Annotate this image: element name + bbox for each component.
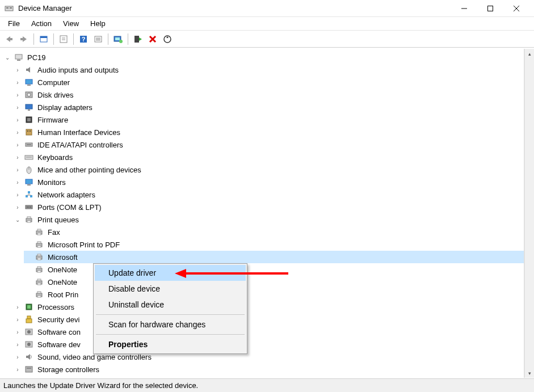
hid-icon [24,128,34,137]
scroll-down-icon[interactable]: ▾ [525,368,534,378]
chevron-right-icon[interactable]: › [14,103,22,111]
chevron-right-icon[interactable]: › [14,141,22,149]
context-menu-item[interactable]: Update driver [95,265,246,281]
chevron-right-icon[interactable]: › [14,315,22,323]
context-menu-item[interactable]: Disable device [95,281,246,297]
enable-device-button[interactable] [131,32,145,46]
tree-item-label: Computer [36,78,71,87]
chevron-right-icon[interactable]: › [14,166,22,174]
svg-point-60 [28,206,30,208]
tree-category[interactable]: ›Mice and other pointing devices [14,163,524,176]
forward-button[interactable] [17,32,31,46]
tree-category-print-queues[interactable]: ⌄Print queues [14,213,524,226]
tree-category[interactable]: ›IDE ATA/ATAPI controllers [14,138,524,151]
tree-item-label: Ports (COM & LPT) [36,203,103,212]
content-area: ⌄ PC19 ›Audio inputs and outputs›Compute… [0,49,534,378]
tree-print-queue-item[interactable]: ›Microsoft Print to PDF [24,238,524,251]
tree-category[interactable]: ›Security devi [14,313,524,326]
tree-category[interactable]: ›Keyboards [14,151,524,163]
tree-category[interactable]: ›Human Interface Devices [14,126,524,138]
chevron-right-icon[interactable]: › [14,353,22,361]
svg-rect-72 [37,254,41,256]
printer-icon [34,240,44,249]
device-tree[interactable]: ⌄ PC19 ›Audio inputs and outputs›Compute… [0,49,524,378]
back-button[interactable] [2,32,16,46]
show-hidden-button[interactable] [37,32,51,46]
tree-category[interactable]: ›Computer [14,76,524,88]
svg-rect-70 [37,246,41,247]
chevron-right-icon[interactable]: › [14,78,22,86]
svg-rect-34 [26,79,32,84]
tree-print-queue-item[interactable]: ›Microsoft [24,251,524,263]
svg-point-37 [27,93,31,96]
svg-rect-25 [134,36,139,43]
tree-category[interactable]: ›Storage controllers [14,363,524,376]
statusbar: Launches the Update Driver Wizard for th… [0,378,534,392]
svg-text:?: ? [82,36,86,43]
chevron-right-icon[interactable]: › [14,365,22,373]
scroll-track[interactable] [525,58,534,368]
tree-category[interactable]: ›Display adapters [14,101,524,113]
tree-item-label: Microsoft [47,253,79,262]
svg-rect-23 [115,37,120,40]
menu-help[interactable]: Help [85,18,111,29]
uninstall-device-button[interactable] [146,32,159,46]
update-driver-button[interactable] [111,32,125,46]
scroll-up-icon[interactable]: ▴ [525,49,534,58]
tree-category[interactable]: ›Audio inputs and outputs [14,64,524,76]
scan-hardware-button[interactable] [161,32,174,46]
tree-root[interactable]: ⌄ PC19 [3,51,524,64]
menu-file[interactable]: File [2,18,26,29]
tree-category[interactable]: ›Network adapters [14,188,524,201]
vertical-scrollbar[interactable]: ▴ ▾ [524,49,534,378]
svg-rect-32 [17,60,20,61]
action-button[interactable] [57,32,70,46]
tree-category[interactable]: ›Sound, video and game controllers [14,351,524,363]
help-button[interactable]: ? [77,32,90,46]
svg-marker-9 [23,36,27,42]
svg-rect-41 [27,118,31,121]
tree-category[interactable]: ›Ports (COM & LPT) [14,201,524,213]
svg-rect-42 [26,129,32,135]
svg-rect-81 [37,292,41,293]
chevron-right-icon[interactable]: › [14,328,22,336]
tree-category[interactable]: ›Processors [14,301,524,313]
properties-button[interactable] [91,32,105,46]
chevron-right-icon[interactable]: › [14,91,22,99]
chevron-right-icon[interactable]: › [14,303,22,311]
tree-category[interactable]: ›Disk drives [14,88,524,101]
tree-category[interactable]: ›Monitors [14,176,524,188]
svg-rect-1 [6,7,9,9]
context-menu-item[interactable]: Scan for hardware changes [95,317,246,332]
software-icon [24,340,34,349]
chevron-right-icon[interactable]: › [14,340,22,348]
minimize-button[interactable] [451,0,477,17]
chevron-right-icon[interactable]: › [14,116,22,124]
disk-icon [24,90,34,99]
menu-action[interactable]: Action [26,18,57,29]
menu-view[interactable]: View [57,18,85,29]
chevron-down-icon[interactable]: ⌄ [3,53,11,61]
chevron-right-icon[interactable]: › [14,178,22,186]
svg-point-61 [30,206,31,208]
context-menu-item[interactable]: Uninstall device [95,297,246,313]
printer-icon [34,277,44,286]
tree-category[interactable]: ›Firmware [14,113,524,126]
context-menu-item[interactable]: Properties [95,336,246,352]
chevron-right-icon[interactable]: › [14,203,22,211]
tree-category[interactable]: ›Software con [14,326,524,338]
tree-item-label: Security devi [36,315,81,324]
close-button[interactable] [503,0,529,17]
svg-rect-38 [26,104,32,109]
chevron-right-icon[interactable]: › [14,191,22,199]
titlebar: Device Manager [0,0,534,17]
tree-category[interactable]: ›Software dev [14,338,524,351]
chevron-down-icon[interactable]: ⌄ [14,216,22,224]
chevron-right-icon[interactable]: › [14,153,22,161]
chevron-right-icon[interactable]: › [14,66,22,74]
chevron-right-icon[interactable]: › [14,128,22,136]
svg-marker-91 [26,354,30,360]
maximize-button[interactable] [477,0,503,17]
tree-print-queue-item[interactable]: ›Fax [24,226,524,238]
svg-marker-33 [26,67,30,73]
